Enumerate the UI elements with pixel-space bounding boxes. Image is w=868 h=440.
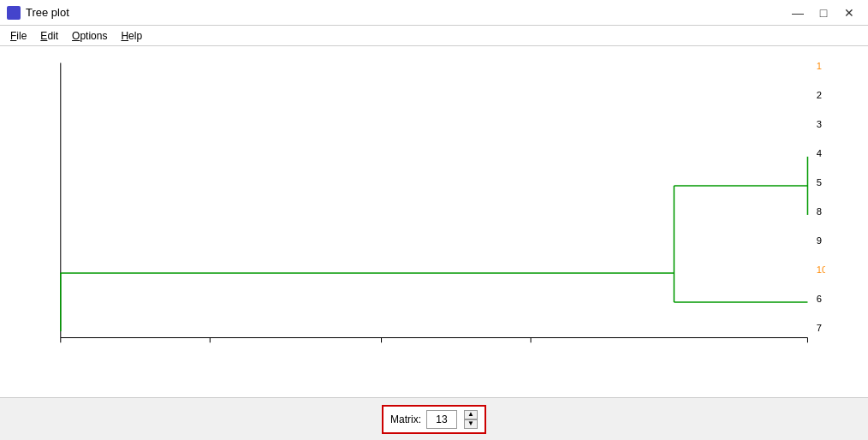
minimize-button[interactable]: — (786, 3, 810, 22)
svg-text:10: 10 (817, 265, 825, 274)
menu-file[interactable]: File (3, 28, 33, 44)
maximize-button[interactable]: □ (812, 3, 835, 22)
svg-text:0.59: 0.59 (52, 345, 70, 346)
app-icon (7, 6, 21, 20)
close-button[interactable]: ✕ (837, 3, 861, 22)
menu-options[interactable]: Options (65, 28, 114, 44)
matrix-label: Matrix: (390, 413, 421, 425)
svg-text:4: 4 (817, 148, 822, 158)
svg-text:0.69: 0.69 (201, 345, 219, 346)
matrix-input[interactable] (426, 410, 457, 429)
window-title: Tree plot (26, 6, 69, 19)
bottom-bar: Matrix: ▲ ▼ (0, 397, 868, 440)
svg-text:3: 3 (817, 119, 822, 128)
tree-plot-svg: 1 2 3 4 5 8 9 10 6 7 0.59 0.69 0.80 (34, 55, 825, 346)
menu-edit[interactable]: Edit (33, 28, 65, 44)
chart-area: 1 2 3 4 5 8 9 10 6 7 0.59 0.69 0.80 (0, 46, 868, 397)
main-content: 1 2 3 4 5 8 9 10 6 7 0.59 0.69 0.80 (0, 46, 868, 440)
title-bar: Tree plot — □ ✕ (0, 0, 868, 26)
matrix-control: Matrix: ▲ ▼ (382, 405, 486, 434)
svg-text:9: 9 (817, 235, 822, 245)
spinner: ▲ ▼ (464, 410, 478, 429)
svg-text:5: 5 (817, 177, 822, 187)
svg-text:6: 6 (817, 294, 822, 303)
svg-text:1: 1 (817, 61, 822, 70)
menu-bar: File Edit Options Help (0, 26, 868, 46)
svg-text:0.90: 0.90 (522, 345, 540, 346)
svg-text:0.80: 0.80 (373, 345, 391, 346)
spin-up-button[interactable]: ▲ (464, 410, 478, 419)
menu-help[interactable]: Help (114, 28, 149, 44)
spin-down-button[interactable]: ▼ (464, 419, 478, 429)
window-controls: — □ ✕ (786, 3, 861, 22)
svg-text:1.00: 1.00 (799, 345, 817, 346)
svg-text:7: 7 (817, 323, 822, 332)
svg-text:8: 8 (817, 206, 822, 216)
svg-text:2: 2 (817, 90, 822, 99)
